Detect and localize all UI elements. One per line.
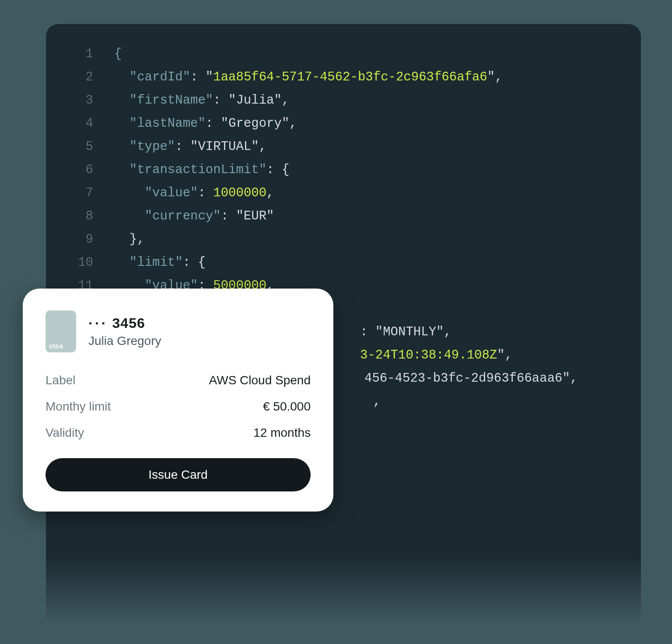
detail-row-limit: Monthy limit € 50.000 bbox=[46, 393, 311, 420]
code-content: { bbox=[93, 42, 122, 66]
code-content: }, bbox=[93, 228, 145, 251]
line-number: 9 bbox=[68, 228, 93, 251]
code-content: "transactionLimit": { bbox=[93, 158, 289, 181]
code-line: 5 "type": "VIRTUAL", bbox=[68, 135, 619, 158]
line-number: 2 bbox=[68, 66, 93, 89]
code-line: 7 "value": 1000000, bbox=[68, 181, 619, 205]
detail-value: € 50.000 bbox=[263, 400, 311, 414]
card-masked-number: ··· 3456 bbox=[88, 315, 161, 331]
issue-card-button[interactable]: Issue Card bbox=[46, 458, 311, 491]
card-brand-label: VISA bbox=[49, 343, 63, 350]
detail-label: Label bbox=[46, 373, 76, 387]
detail-label: Validity bbox=[46, 426, 84, 440]
code-content: "limit": { bbox=[93, 251, 206, 274]
line-number: 1 bbox=[68, 42, 93, 66]
card-holder-name: Julia Gregory bbox=[88, 334, 161, 348]
detail-row-label: Label AWS Cloud Spend bbox=[46, 367, 311, 393]
card-header: VISA ··· 3456 Julia Gregory bbox=[46, 310, 311, 352]
code-content: "type": "VIRTUAL", bbox=[93, 135, 266, 158]
card-mask-dots: ··· bbox=[88, 315, 108, 331]
line-number: 3 bbox=[68, 89, 93, 112]
code-line: 4 "lastName": "Gregory", bbox=[68, 112, 619, 135]
detail-label: Monthy limit bbox=[46, 400, 111, 414]
line-number: 7 bbox=[68, 181, 93, 205]
code-line: 8 "currency": "EUR" bbox=[68, 205, 619, 228]
code-content: "currency": "EUR" bbox=[93, 205, 274, 228]
card-last4: 3456 bbox=[112, 315, 145, 331]
line-number: 10 bbox=[68, 251, 93, 274]
card-thumbnail: VISA bbox=[46, 310, 76, 352]
code-line: 3 "firstName": "Julia", bbox=[68, 89, 619, 112]
detail-row-validity: Validity 12 months bbox=[46, 420, 311, 446]
line-number: 5 bbox=[68, 135, 93, 158]
code-content: "firstName": "Julia", bbox=[93, 89, 289, 112]
line-number: 6 bbox=[68, 158, 93, 181]
detail-value: AWS Cloud Spend bbox=[209, 373, 311, 387]
card-dialog: VISA ··· 3456 Julia Gregory Label AWS Cl… bbox=[23, 289, 333, 512]
code-line: 6 "transactionLimit": { bbox=[68, 158, 619, 181]
code-content: "value": 1000000, bbox=[93, 181, 274, 205]
code-line: 10 "limit": { bbox=[68, 251, 619, 274]
code-line: 1{ bbox=[68, 42, 619, 66]
code-content: "cardId": "1aa85f64-5717-4562-b3fc-2c963… bbox=[93, 66, 503, 89]
detail-value: 12 months bbox=[253, 426, 311, 440]
code-content: "lastName": "Gregory", bbox=[93, 112, 297, 135]
line-number: 8 bbox=[68, 205, 93, 228]
code-line: 2 "cardId": "1aa85f64-5717-4562-b3fc-2c9… bbox=[68, 66, 619, 89]
code-line: 9 }, bbox=[68, 228, 619, 251]
line-number: 4 bbox=[68, 112, 93, 135]
